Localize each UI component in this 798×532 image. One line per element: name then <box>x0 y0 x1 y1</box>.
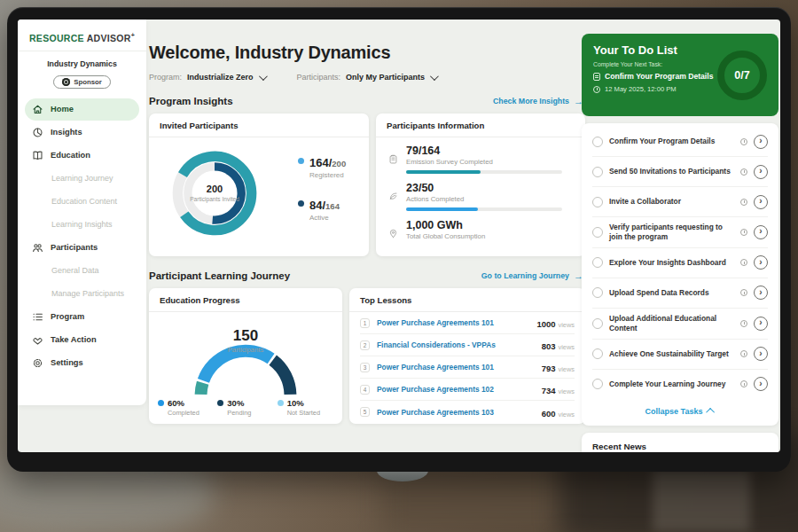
sidebar-item-participants[interactable]: Participants <box>25 237 139 259</box>
lesson-link[interactable]: Power Purchase Agreements 103 <box>377 408 535 417</box>
sidebar-item-learning-journey[interactable]: Learning Journey <box>25 168 139 190</box>
take-action-icon <box>32 334 43 346</box>
sponsor-badge-label: Sponsor <box>74 78 102 86</box>
go-to-learning-journey-link[interactable]: Go to Learning Journey → <box>481 271 583 281</box>
task-row-achieve-target[interactable]: Achieve One Sustainability Target › <box>592 340 768 370</box>
actions-progressbar <box>406 207 562 211</box>
rank-badge: 5 <box>360 407 370 417</box>
consumption-row: 1,000 GWh Total Global Consumption <box>388 219 573 242</box>
participants-label: Participants: <box>297 73 341 82</box>
task-checkbox[interactable] <box>592 167 603 177</box>
task-row-confirm-program[interactable]: Confirm Your Program Details › <box>592 127 768 157</box>
sidebar-item-take-action[interactable]: Take Action <box>25 329 139 351</box>
sidebar-item-learning-insights[interactable]: Learning Insights <box>25 214 139 236</box>
todo-summary-card: Your To Do List Complete Your Next Task:… <box>582 34 778 116</box>
clock-icon <box>740 380 747 387</box>
donut-legend: 164/200 Registered 84/164 Active <box>298 154 346 222</box>
task-row-send-invitations[interactable]: Send 50 Invitations to Participants › <box>592 157 768 187</box>
task-checkbox[interactable] <box>592 137 603 147</box>
actions-icon <box>388 182 399 211</box>
page-title: Welcome, Industry Dynamics <box>149 43 585 63</box>
program-dropdown[interactable]: Program: Industrialize Zero <box>149 73 265 82</box>
org-name: Industry Dynamics <box>18 59 146 68</box>
recent-news-card: Recent News <box>582 433 778 452</box>
sidebar-item-settings[interactable]: Settings <box>25 352 139 374</box>
task-row-upload-educational-content[interactable]: Upload Additional Educational Content › <box>592 309 768 340</box>
task-row-invite-collaborator[interactable]: Invite a Collaborator › <box>592 187 768 217</box>
task-open-button[interactable]: › <box>754 195 768 209</box>
task-open-button[interactable]: › <box>754 165 768 179</box>
sidebar-item-education[interactable]: Education <box>25 145 139 167</box>
check-more-insights-link[interactable]: Check More Insights → <box>493 97 583 106</box>
rank-badge: 1 <box>360 318 370 328</box>
task-checkbox[interactable] <box>592 379 603 389</box>
task-checkbox[interactable] <box>592 348 603 359</box>
main-content: Welcome, Industry Dynamics Program: Indu… <box>149 20 585 452</box>
legend-not-started: 10% Not Started <box>278 398 337 417</box>
insights-icon <box>32 127 43 138</box>
legend-registered: 164/200 Registered <box>298 154 346 179</box>
program-label: Program: <box>149 73 182 82</box>
clock-icon <box>740 289 747 296</box>
sidebar-item-program[interactable]: Program <box>25 306 139 328</box>
registered-dot-icon <box>298 158 304 164</box>
gear-icon <box>32 357 43 369</box>
clock-icon <box>593 86 600 93</box>
rank-badge: 4 <box>360 385 370 395</box>
task-open-button[interactable]: › <box>754 225 768 239</box>
lesson-row: 1 Power Purchase Agreements 101 1000view… <box>360 312 575 334</box>
legend-completed: 60% Completed <box>158 398 217 417</box>
participants-icon <box>32 242 43 254</box>
section-title-learning-journey: Participant Learning Journey <box>149 270 290 281</box>
sidebar-item-manage-participants[interactable]: Manage Participants <box>25 283 139 305</box>
sidebar-item-general-data[interactable]: General Data <box>25 260 139 282</box>
task-open-button[interactable]: › <box>754 286 768 300</box>
not-started-dot-icon <box>278 400 284 406</box>
sidebar-item-insights[interactable]: Insights <box>25 121 139 144</box>
lesson-link[interactable]: Financial Considerations - VPPAs <box>377 340 535 349</box>
recent-news-title: Recent News <box>592 442 768 452</box>
task-open-button[interactable]: › <box>754 135 768 149</box>
lesson-row: 4 Power Purchase Agreements 102 734views <box>360 379 575 401</box>
collapse-tasks-link[interactable]: Collapse Tasks <box>592 399 768 420</box>
background-column <box>653 470 750 532</box>
task-checkbox[interactable] <box>592 287 603 298</box>
participants-value: Only My Participants <box>346 73 425 82</box>
task-row-upload-spend-data[interactable]: Upload Spend Data Records › <box>592 278 768 309</box>
lesson-link[interactable]: Power Purchase Agreements 101 <box>377 363 535 372</box>
participants-information-title: Participants Information <box>376 113 585 137</box>
invited-participants-title: Invited Participants <box>149 113 369 137</box>
clock-icon <box>740 138 747 145</box>
sidebar-item-home[interactable]: Home <box>25 98 139 121</box>
sidebar-item-education-content[interactable]: Education Content <box>25 191 139 213</box>
top-lessons-card: Top Lessons 1 Power Purchase Agreements … <box>349 288 585 424</box>
gauge-legend: 60% Completed 30% Pending 10% Not Starte… <box>158 398 337 417</box>
task-open-button[interactable]: › <box>754 347 768 361</box>
education-progress-card: Education Progress 150 Participants 60% … <box>149 288 342 424</box>
task-open-button[interactable]: › <box>754 255 768 270</box>
task-open-button[interactable]: › <box>754 317 768 331</box>
task-open-button[interactable]: › <box>754 377 768 391</box>
lesson-link[interactable]: Power Purchase Agreements 102 <box>377 385 535 394</box>
emission-survey-row: 79/164 Emission Survey Completed <box>388 145 573 174</box>
task-row-complete-learning-journey[interactable]: Complete Your Learning Journey › <box>592 370 768 399</box>
task-row-verify-participants[interactable]: Verify participants requesting to join t… <box>592 217 768 248</box>
rank-badge: 2 <box>360 340 370 350</box>
todo-tasks-card: Confirm Your Program Details › Send 50 I… <box>582 123 778 426</box>
filter-bar: Program: Industrialize Zero Participants… <box>149 73 585 82</box>
task-checkbox[interactable] <box>592 257 603 268</box>
participants-dropdown[interactable]: Participants: Only My Participants <box>297 73 437 82</box>
lesson-link[interactable]: Power Purchase Agreements 101 <box>377 318 529 327</box>
consumption-icon <box>388 219 399 242</box>
participants-information-card: Participants Information 79/164 Emission… <box>376 113 585 256</box>
task-checkbox[interactable] <box>592 197 603 207</box>
clock-icon <box>740 320 747 327</box>
task-checkbox[interactable] <box>592 318 603 329</box>
task-checkbox[interactable] <box>592 227 603 238</box>
task-row-explore-insights[interactable]: Explore Your Insights Dashboard › <box>592 248 768 278</box>
legend-pending: 30% Pending <box>217 398 277 417</box>
sidebar-nav: Home Insights Education Learning Journey… <box>18 98 146 374</box>
clock-icon <box>740 199 747 206</box>
completed-dot-icon <box>158 400 164 406</box>
actions-completed-row: 23/50 Actions Completed <box>388 182 573 211</box>
